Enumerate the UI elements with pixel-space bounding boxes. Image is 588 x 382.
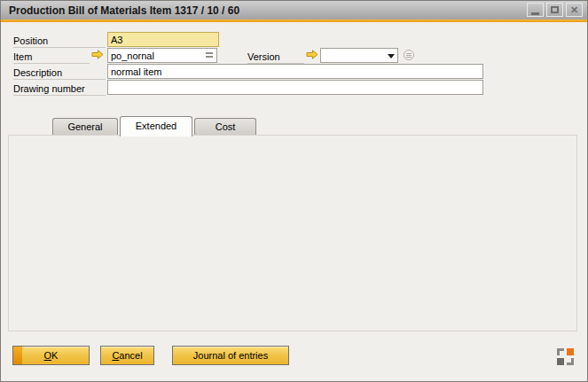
journal-of-entries-button-label: Journal of entries	[173, 347, 288, 364]
tab-cost[interactable]: Cost	[194, 118, 256, 136]
minimize-icon	[531, 12, 539, 15]
item-input[interactable]: po_nornal	[107, 48, 217, 63]
description-input[interactable]: normal item	[107, 64, 483, 79]
widget-corner-top-left	[557, 348, 564, 355]
close-icon: ✕	[570, 5, 578, 15]
form-settings-icon[interactable]	[557, 348, 574, 365]
title-bar[interactable]: Production Bill of Materials Item 1317 /…	[1, 1, 587, 19]
minimize-button[interactable]	[527, 3, 544, 17]
item-label: Item	[13, 51, 90, 64]
widget-corner-bottom-right	[567, 358, 574, 365]
position-input[interactable]: A3	[107, 32, 219, 47]
version-label: Version	[247, 51, 304, 64]
tab-extended[interactable]: Extended	[120, 116, 192, 136]
maximize-button[interactable]	[546, 3, 563, 17]
description-label: Description	[13, 66, 106, 80]
link-arrow-icon[interactable]	[91, 50, 104, 59]
equals-icon[interactable]	[206, 52, 213, 58]
widget-square-gray	[557, 358, 564, 365]
window-title: Production Bill of Materials Item 1317 /…	[9, 4, 239, 17]
choose-from-list-icon[interactable]	[404, 50, 414, 60]
ok-button-label: OK	[13, 347, 89, 364]
cancel-button[interactable]: Cancel	[100, 346, 154, 365]
chevron-down-icon	[388, 54, 395, 58]
drawing-number-label: Drawing number	[13, 82, 106, 96]
link-arrow-icon[interactable]	[306, 50, 318, 59]
version-dropdown[interactable]	[320, 48, 398, 63]
widget-square-orange	[567, 348, 574, 355]
close-button[interactable]: ✕	[566, 3, 583, 17]
cancel-button-label: Cancel	[101, 347, 153, 364]
drawing-number-input[interactable]	[107, 80, 483, 95]
extended-tab-panel	[8, 135, 577, 331]
accent-bar	[1, 19, 587, 22]
tab-general[interactable]: General	[52, 118, 118, 136]
ok-button[interactable]: OK	[12, 346, 90, 365]
position-label: Position	[13, 35, 106, 48]
journal-of-entries-button[interactable]: Journal of entries	[172, 346, 289, 365]
production-bom-window: Production Bill of Materials Item 1317 /…	[0, 0, 588, 382]
item-value: po_nornal	[111, 51, 154, 61]
maximize-icon	[551, 6, 559, 13]
